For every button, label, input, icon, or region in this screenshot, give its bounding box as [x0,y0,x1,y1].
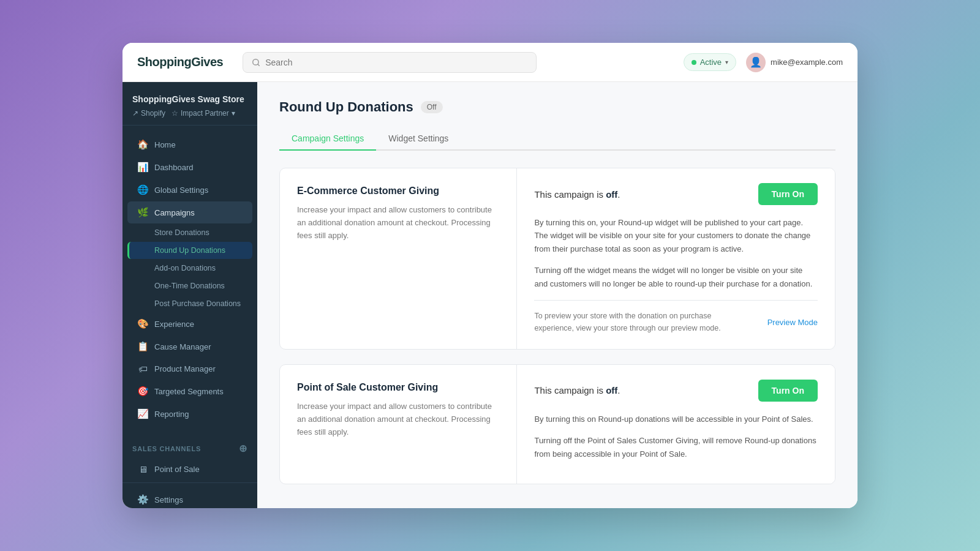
dashboard-icon: 📊 [137,162,148,173]
pos-turn-on-button[interactable]: Turn On [758,380,818,402]
ecommerce-turn-on-button[interactable]: Turn On [758,183,818,205]
status-label: Active [700,58,722,67]
sidebar-nav: 🏠 Home 📊 Dashboard 🌐 Global Settings 🌿 C… [123,126,257,433]
sidebar-item-campaigns-label: Campaigns [154,208,195,217]
sidebar-item-campaigns[interactable]: 🌿 Campaigns [127,201,252,223]
search-input[interactable] [265,58,527,67]
pos-desc: Increase your impact and allow customers… [297,400,499,438]
app-logo: ShoppingGives [137,55,223,69]
svg-line-1 [258,64,260,66]
pos-section: Point of Sale Customer Giving Increase y… [279,364,835,484]
add-sales-channel-button[interactable]: ⊕ [239,443,247,454]
chevron-down-icon: ▾ [725,59,728,66]
page-header: Round Up Donations Off [279,99,835,115]
sidebar-item-reporting[interactable]: 📈 Reporting [127,403,252,425]
ecommerce-status-text: This campaign is off. [534,189,620,200]
user-info[interactable]: 👤 mike@example.com [746,53,843,72]
store-meta: ↗ Shopify ☆ Impact Partner ▾ [132,109,247,118]
ecommerce-title: E-Commerce Customer Giving [297,186,499,197]
globe-icon: 🌐 [137,184,148,195]
pos-title: Point of Sale Customer Giving [297,382,499,393]
search-bar[interactable] [243,52,537,73]
store-info: ShoppingGives Swag Store ↗ Shopify ☆ Imp… [123,82,257,126]
sidebar-item-add-on-donations[interactable]: Add-on Donations [127,260,252,277]
sidebar-item-post-purchase-donations[interactable]: Post Purchase Donations [127,295,252,312]
sidebar-item-dashboard[interactable]: 📊 Dashboard [127,156,252,178]
cause-icon: 📋 [137,341,148,352]
campaigns-icon: 🌿 [137,207,148,218]
sidebar-item-global-settings-label: Global Settings [154,186,208,195]
page-status-pill: Off [421,101,443,113]
experience-icon: 🎨 [137,318,148,329]
tabs: Campaign Settings Widget Settings [279,127,835,151]
avatar: 👤 [746,53,766,72]
sidebar-item-store-donations[interactable]: Store Donations [127,224,252,241]
pos-desc2: Turning off the Point of Sales Customer … [534,434,818,460]
partner-chevron-icon: ▾ [232,109,235,118]
ecommerce-divider [534,300,818,301]
pos-left: Point of Sale Customer Giving Increase y… [280,365,517,484]
sidebar: ShoppingGives Swag Store ↗ Shopify ☆ Imp… [123,82,257,508]
sidebar-item-home[interactable]: 🏠 Home [127,133,252,156]
search-icon [252,58,260,67]
sidebar-item-dashboard-label: Dashboard [154,163,194,172]
sidebar-item-home-label: Home [154,140,176,149]
store-partner[interactable]: ☆ Impact Partner ▾ [172,109,235,118]
pos-status-row: This campaign is off. Turn On [534,380,818,402]
ecommerce-desc1: By turning this on, your Round-up widget… [534,216,818,255]
pos-icon: 🖥 [137,464,148,474]
pos-status-text: This campaign is off. [534,385,620,395]
sidebar-item-settings[interactable]: ⚙️ Settings [127,489,252,508]
ecommerce-desc2: Turning off the widget means the widget … [534,264,818,290]
ecommerce-preview-desc: To preview your store with the donation … [534,310,742,334]
sidebar-item-experience[interactable]: 🎨 Experience [127,313,252,335]
pos-right: This campaign is off. Turn On By turning… [517,365,835,484]
reporting-icon: 📈 [137,408,148,419]
home-icon: 🏠 [137,139,148,150]
pos-desc1: By turning this on Round-up donations wi… [534,413,818,425]
campaigns-submenu: Store Donations Round Up Donations Add-o… [123,224,257,312]
page-title: Round Up Donations [279,99,413,115]
product-icon: 🏷 [137,364,148,374]
tab-widget-settings[interactable]: Widget Settings [376,127,461,151]
nav-right: Active ▾ 👤 mike@example.com [684,53,843,72]
ecommerce-preview-link[interactable]: Preview Mode [767,318,818,327]
sidebar-item-round-up-donations[interactable]: Round Up Donations [127,242,252,259]
sidebar-item-point-of-sale[interactable]: 🖥 Point of Sale [127,459,252,480]
segments-icon: 🎯 [137,386,148,397]
ecommerce-desc: Increase your impact and allow customers… [297,204,499,242]
ecommerce-left: E-Commerce Customer Giving Increase your… [280,168,517,349]
store-name: ShoppingGives Swag Store [132,94,247,104]
ecommerce-preview-row: To preview your store with the donation … [534,310,818,334]
sidebar-item-product-manager[interactable]: 🏷 Product Manager [127,358,252,380]
main-content: Round Up Donations Off Campaign Settings… [257,82,858,508]
settings-icon: ⚙️ [137,494,148,505]
sidebar-item-targeted-segments[interactable]: 🎯 Targeted Segments [127,380,252,402]
sidebar-item-global-settings[interactable]: 🌐 Global Settings [127,179,252,201]
status-badge[interactable]: Active ▾ [684,53,736,71]
store-platform[interactable]: ↗ Shopify [132,109,165,118]
sidebar-bottom: ⚙️ Settings [123,482,257,508]
ecommerce-right: This campaign is off. Turn On By turning… [517,168,835,349]
user-email: mike@example.com [771,58,843,67]
top-nav: ShoppingGives Active ▾ 👤 mike@example.co… [123,43,858,82]
ecommerce-section: E-Commerce Customer Giving Increase your… [279,168,835,350]
sidebar-item-cause-manager[interactable]: 📋 Cause Manager [127,335,252,358]
star-icon: ☆ [172,109,178,118]
status-dot [692,60,696,65]
tab-campaign-settings[interactable]: Campaign Settings [279,127,376,151]
main-layout: ShoppingGives Swag Store ↗ Shopify ☆ Imp… [123,82,858,508]
shopify-icon: ↗ [132,109,138,118]
sidebar-item-one-time-donations[interactable]: One-Time Donations [127,277,252,294]
sales-channels-section: SALES CHANNELS ⊕ [123,433,257,458]
ecommerce-status-row: This campaign is off. Turn On [534,183,818,205]
